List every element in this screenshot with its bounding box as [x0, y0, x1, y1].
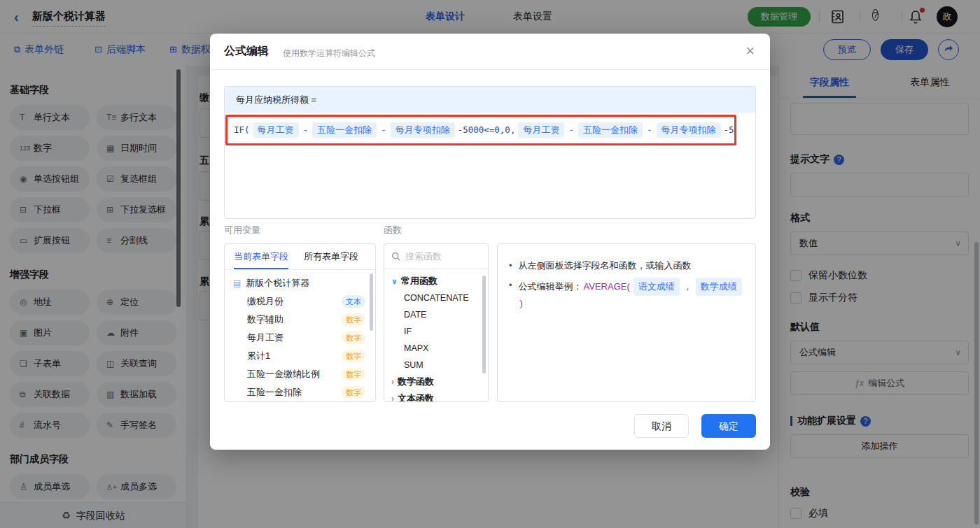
chevron-down-icon: ∨ [391, 277, 398, 285]
type-badge: 数字 [342, 386, 365, 399]
formula-expression[interactable]: IF(每月工资-五险一金扣除-每月专项扣除-5000<=0,0,每月工资-五险一… [233, 122, 736, 138]
type-badge: 数字 [342, 350, 365, 362]
variable-row[interactable]: 缴税月份文本 [225, 292, 375, 311]
functions-panel: ∨常用函数 CONCATENATE DATE IF MAPX SUM ›数学函数… [384, 243, 489, 402]
variable-row[interactable]: 累计1数字 [225, 347, 375, 365]
tab-current-form-fields[interactable]: 当前表单字段 [234, 244, 288, 269]
function-item[interactable]: IF [384, 323, 488, 340]
variable-row[interactable]: 五险一金扣除数字 [225, 383, 375, 401]
hint-line-1: 从左侧面板选择字段名和函数，或输入函数 [519, 258, 692, 273]
variables-scrollbar[interactable] [370, 273, 373, 331]
bullet-icon: • [509, 278, 512, 311]
type-badge: 数字 [342, 313, 365, 326]
formula-edit-modal: 公式编辑 使用数学运算符编辑公式 × 每月应纳税所得额 = IF(每月工资-五险… [210, 34, 770, 450]
close-icon[interactable]: × [746, 42, 755, 60]
variable-row[interactable]: 五险一金缴纳比例数字 [225, 365, 375, 383]
variable-row-partial[interactable] [225, 401, 375, 402]
chevron-right-icon: › [391, 377, 394, 387]
variable-row[interactable]: 每月工资数字 [225, 329, 375, 347]
formula-target-label: 每月应纳税所得额 = [225, 87, 755, 113]
app-root: ‹ 新版个税计算器 表单设计 表单设置 数据管理 ? 政 ⧉表单外链 [0, 0, 980, 528]
functions-label: 函数 [384, 224, 402, 236]
formula-editor[interactable]: 每月应纳税所得额 = IF(每月工资-五险一金扣除-每月专项扣除-5000<=0… [224, 86, 756, 219]
chevron-right-icon: › [391, 394, 394, 402]
function-item[interactable]: SUM [384, 357, 488, 373]
hints-panel: •从左侧面板选择字段名和函数，或输入函数 •公式编辑举例：AVERAGE(语文成… [497, 243, 756, 402]
formula-annotation-box: IF(每月工资-五险一金扣除-每月专项扣除-5000<=0,0,每月工资-五险一… [225, 115, 736, 145]
tab-all-form-fields[interactable]: 所有表单字段 [304, 244, 358, 269]
confirm-button[interactable]: 确定 [701, 414, 756, 438]
variables-tree-root[interactable]: ▤新版个税计算器 [225, 274, 375, 292]
type-badge: 文本 [342, 295, 365, 308]
search-icon [391, 252, 400, 261]
function-item[interactable]: CONCATENATE [384, 290, 488, 306]
type-badge: 数字 [342, 368, 365, 380]
cancel-button[interactable]: 取消 [634, 414, 689, 438]
document-icon: ▤ [233, 278, 241, 288]
modal-subtitle: 使用数学运算符编辑公式 [283, 48, 375, 59]
variables-panel: 当前表单字段 所有表单字段 ▤新版个税计算器 缴税月份文本 数字辅助数字 每月工… [224, 243, 376, 402]
available-variables-label: 可用变量 [224, 224, 260, 236]
hint-line-2: 公式编辑举例：AVERAGE(语文成绩，数学成绩) [519, 278, 744, 311]
function-search-input[interactable] [405, 251, 475, 262]
function-item[interactable]: DATE [384, 306, 488, 323]
modal-title: 公式编辑 [224, 44, 269, 59]
function-group-math[interactable]: ›数学函数 [384, 373, 488, 390]
modal-header: 公式编辑 使用数学运算符编辑公式 × [210, 34, 770, 70]
function-group-common[interactable]: ∨常用函数 [384, 273, 488, 290]
function-search[interactable] [384, 244, 488, 269]
functions-scrollbar[interactable] [482, 276, 486, 373]
type-badge: 数字 [342, 331, 365, 344]
bullet-icon: • [509, 258, 512, 273]
function-group-text[interactable]: ›文本函数 [384, 390, 488, 402]
variable-row[interactable]: 数字辅助数字 [225, 311, 375, 329]
function-item[interactable]: MAPX [384, 340, 488, 357]
